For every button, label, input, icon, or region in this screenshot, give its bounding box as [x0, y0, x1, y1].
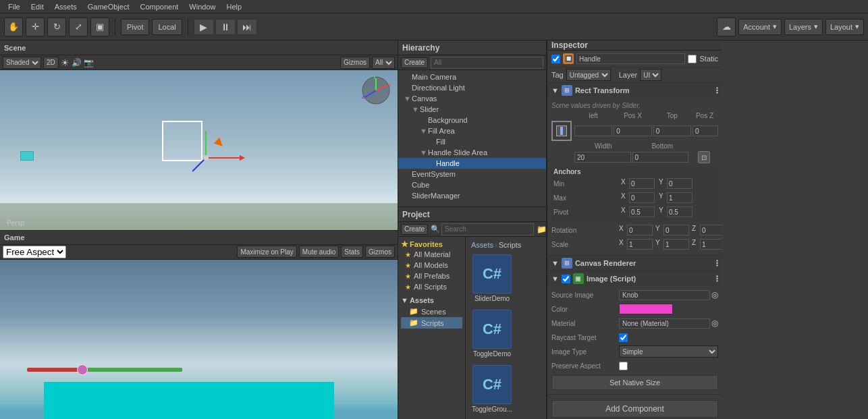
hierarchy-item-fill-area[interactable]: ▼ Fill Area	[398, 125, 546, 136]
max-x-input[interactable]	[629, 192, 655, 203]
menu-window[interactable]: Window	[184, 3, 221, 11]
set-native-size-button[interactable]: Set Native Size	[551, 375, 718, 390]
scene-camera-icon[interactable]: 📷	[84, 58, 94, 67]
max-y-input[interactable]	[667, 192, 693, 203]
constraint-icon[interactable]: ⊡	[690, 151, 718, 163]
game-viewport[interactable]	[0, 260, 398, 420]
menu-help[interactable]: Help	[221, 3, 247, 11]
pos-x-input[interactable]	[614, 125, 651, 136]
fav-all-material[interactable]: ★ All Material	[401, 249, 462, 260]
hierarchy-item-eventsystem[interactable]: EventSystem	[398, 169, 546, 179]
play-button[interactable]: ▶	[194, 19, 214, 35]
scale-z-input[interactable]	[700, 239, 722, 250]
layers-dropdown[interactable]: Layers ▾	[784, 19, 823, 35]
hierarchy-item-background[interactable]: Background	[398, 115, 546, 125]
project-search[interactable]	[441, 223, 534, 235]
step-button[interactable]: ⏭	[237, 19, 257, 35]
scene-light-icon[interactable]: ☀	[61, 57, 70, 68]
bottom-input[interactable]	[632, 152, 689, 163]
menu-gameobject[interactable]: GameObject	[82, 3, 135, 11]
anchor-preset-icon[interactable]	[551, 121, 572, 141]
rot-z-input[interactable]	[700, 225, 722, 235]
hierarchy-item-slidermanager[interactable]: SliderManager	[398, 190, 546, 201]
add-component-button[interactable]: Add Component	[551, 400, 718, 418]
maximize-on-play[interactable]: Maximize on Play	[237, 246, 296, 258]
pivot-button[interactable]: Pivot	[121, 19, 149, 35]
asset-togglegroup[interactable]: C# ToggleGrou...	[468, 362, 516, 416]
min-y-input[interactable]	[667, 178, 693, 189]
hierarchy-item-main-camera[interactable]: Main Camera	[398, 72, 546, 82]
material-pick-icon[interactable]: ◎	[711, 318, 718, 328]
account-dropdown[interactable]: Account ▾	[738, 19, 782, 35]
image-active-toggle[interactable]	[562, 275, 570, 283]
rect-transform-menu-icon[interactable]: ⁝	[715, 85, 718, 96]
scale-x-input[interactable]	[627, 239, 653, 250]
hand-tool[interactable]: ✋	[4, 18, 23, 36]
layout-dropdown[interactable]: Layout ▾	[825, 19, 864, 35]
rotate-tool[interactable]: ↻	[47, 18, 66, 36]
scale-y-input[interactable]	[663, 239, 689, 250]
menu-assets[interactable]: Assets	[49, 3, 82, 11]
aspect-dropdown[interactable]: Free Aspect	[3, 246, 66, 258]
asset-sliderdemo[interactable]: C# SliderDemo	[468, 252, 516, 306]
local-button[interactable]: Local	[152, 19, 182, 35]
folder-scenes[interactable]: 📁 Scenes	[401, 306, 462, 317]
source-image-pick-icon[interactable]: ◎	[711, 290, 718, 300]
rect-transform-header[interactable]: ▼ ⊞ Rect Transform ⁝	[547, 83, 722, 98]
hierarchy-item-canvas[interactable]: ▼ Canvas	[398, 93, 546, 104]
hierarchy-item-slider[interactable]: ▼ Slider	[398, 104, 546, 115]
asset-toggledemo[interactable]: C# ToggleDemo	[468, 307, 516, 361]
gizmos-button[interactable]: Gizmos	[340, 57, 370, 69]
folder-icon-btn[interactable]: 📁	[537, 225, 547, 234]
hierarchy-create-btn[interactable]: Create	[401, 57, 428, 68]
pivot-x-input[interactable]	[629, 206, 655, 217]
mute-audio[interactable]: Mute audio	[299, 246, 339, 258]
static-checkbox[interactable]	[688, 55, 697, 63]
rot-x-input[interactable]	[627, 225, 653, 235]
fav-all-models[interactable]: ★ All Models	[401, 260, 462, 271]
layer-dropdown[interactable]: UI	[640, 69, 661, 81]
slider-knob[interactable]	[77, 364, 88, 375]
rect-tool[interactable]: ▣	[90, 18, 109, 36]
scene-viewport[interactable]: ▶ Persp x y z	[0, 70, 398, 230]
hierarchy-search[interactable]	[431, 57, 543, 69]
pos-z-input[interactable]	[693, 125, 718, 136]
fav-all-prefabs[interactable]: ★ All Prefabs	[401, 271, 462, 281]
scene-audio-icon[interactable]: 🔊	[72, 58, 82, 67]
hierarchy-item-fill[interactable]: Fill	[398, 136, 546, 147]
hierarchy-item-directional-light[interactable]: Directional Light	[398, 82, 546, 93]
move-tool[interactable]: ✛	[26, 18, 45, 36]
menu-file[interactable]: File	[3, 3, 26, 11]
width-input[interactable]	[574, 152, 631, 163]
stats-button[interactable]: Stats	[341, 246, 363, 258]
pivot-y-input[interactable]	[667, 206, 693, 217]
project-create-btn[interactable]: Create	[401, 224, 428, 235]
folder-scripts[interactable]: 📁 Scripts	[401, 317, 462, 329]
object-name-field[interactable]	[576, 53, 685, 64]
preserve-checkbox[interactable]	[619, 362, 628, 370]
scene-filter-dropdown[interactable]: All	[372, 57, 395, 69]
canvas-renderer-header[interactable]: ▼ ⊞ Canvas Renderer ⁝	[547, 256, 722, 271]
scene-2d-toggle[interactable]: 2D	[43, 57, 59, 69]
canvas-renderer-menu-icon[interactable]: ⁝	[715, 258, 718, 269]
menu-component[interactable]: Component	[134, 3, 184, 11]
fav-all-scripts[interactable]: ★ All Scripts	[401, 281, 462, 292]
hierarchy-item-cube[interactable]: Cube	[398, 179, 546, 190]
image-type-dropdown[interactable]: Simple	[619, 345, 718, 358]
search-icon[interactable]: 🔍	[431, 225, 440, 234]
game-gizmos-button[interactable]: Gizmos	[365, 246, 395, 258]
scale-tool[interactable]: ⤢	[69, 18, 88, 36]
pos-left-input[interactable]	[574, 125, 612, 136]
image-script-header[interactable]: ▼ ▣ Image (Script) ⁝	[547, 271, 722, 286]
hierarchy-item-handle[interactable]: Handle	[398, 158, 546, 169]
pause-button[interactable]: ⏸	[215, 19, 236, 35]
image-script-menu-icon[interactable]: ⁝	[715, 273, 718, 284]
hierarchy-item-handle-slide-area[interactable]: ▼ Handle Slide Area	[398, 147, 546, 158]
tag-dropdown[interactable]: Untagged	[566, 69, 611, 81]
raycast-checkbox[interactable]	[619, 333, 628, 342]
axis-gizmo[interactable]: x y z	[361, 76, 391, 107]
rot-y-input[interactable]	[663, 225, 689, 235]
object-active-toggle[interactable]	[551, 55, 560, 63]
pos-top-input[interactable]	[653, 125, 691, 136]
cloud-button[interactable]: ☁	[717, 18, 736, 36]
